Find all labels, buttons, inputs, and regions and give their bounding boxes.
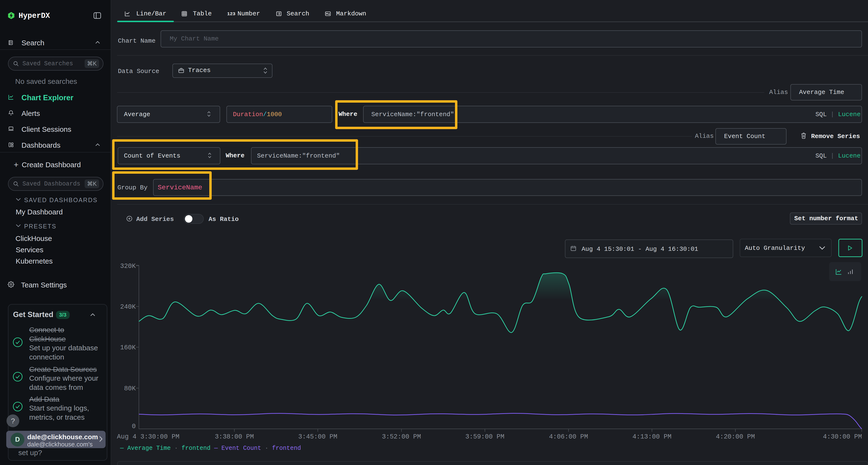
- svg-text:80K: 80K: [124, 385, 136, 392]
- svg-text:3:38:00 PM: 3:38:00 PM: [215, 433, 254, 440]
- svg-text:4:20:00 PM: 4:20:00 PM: [716, 433, 755, 440]
- svg-text:3:45:00 PM: 3:45:00 PM: [298, 433, 337, 440]
- svg-text:320K: 320K: [120, 263, 136, 270]
- svg-text:4:13:00 PM: 4:13:00 PM: [632, 433, 672, 440]
- svg-text:0: 0: [132, 423, 136, 430]
- svg-text:240K: 240K: [120, 303, 136, 310]
- svg-text:4:06:00 PM: 4:06:00 PM: [549, 433, 588, 440]
- svg-text:3:59:00 PM: 3:59:00 PM: [465, 433, 504, 440]
- svg-text:3:52:00 PM: 3:52:00 PM: [382, 433, 421, 440]
- svg-text:Aug 4 3:30:00 PM: Aug 4 3:30:00 PM: [117, 433, 179, 440]
- svg-text:160K: 160K: [120, 344, 136, 351]
- svg-text:4:30:00 PM: 4:30:00 PM: [823, 433, 862, 440]
